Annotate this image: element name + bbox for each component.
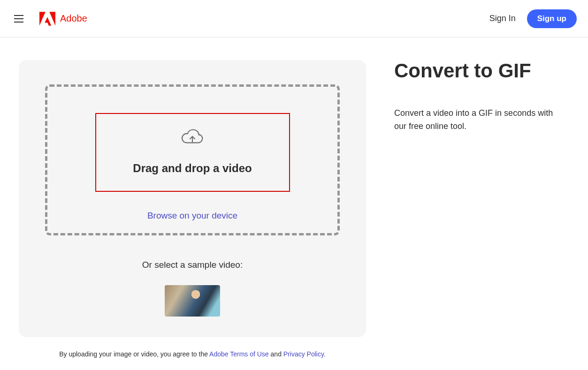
browse-link[interactable]: Browse on your device (147, 211, 237, 221)
app-header: Adobe Sign In Sign up (0, 0, 588, 38)
sign-in-link[interactable]: Sign In (489, 14, 516, 23)
sample-prompt: Or select a sample video: (45, 260, 340, 270)
adobe-logo-icon (39, 12, 55, 26)
sample-section: Or select a sample video: (45, 260, 340, 318)
header-left: Adobe (11, 12, 87, 26)
header-right: Sign In Sign up (489, 9, 577, 28)
privacy-policy-link[interactable]: Privacy Policy. (283, 350, 326, 358)
sample-video-thumbnail[interactable] (165, 285, 220, 317)
brand-logo[interactable]: Adobe (39, 12, 87, 26)
upload-card: Drag and drop a video Browse on your dev… (19, 60, 366, 337)
brand-name: Adobe (60, 13, 87, 24)
page-title: Convert to GIF (394, 60, 569, 82)
legal-prefix: By uploading your image or video, you ag… (59, 350, 209, 358)
dropzone-label: Drag and drop a video (133, 162, 252, 175)
page-subtitle: Convert a video into a GIF in seconds wi… (394, 107, 563, 133)
info-column: Convert to GIF Convert a video into a GI… (394, 60, 569, 361)
cloud-upload-icon (181, 127, 204, 146)
dropzone[interactable]: Drag and drop a video Browse on your dev… (45, 84, 340, 235)
dropzone-highlight: Drag and drop a video (95, 113, 290, 192)
legal-text: By uploading your image or video, you ag… (19, 350, 366, 361)
main-content: Drag and drop a video Browse on your dev… (0, 38, 588, 361)
terms-of-use-link[interactable]: Adobe Terms of Use (209, 350, 269, 358)
legal-middle: and (269, 350, 283, 358)
sign-up-button[interactable]: Sign up (527, 9, 577, 28)
upload-column: Drag and drop a video Browse on your dev… (19, 60, 366, 361)
menu-icon[interactable] (11, 12, 26, 25)
